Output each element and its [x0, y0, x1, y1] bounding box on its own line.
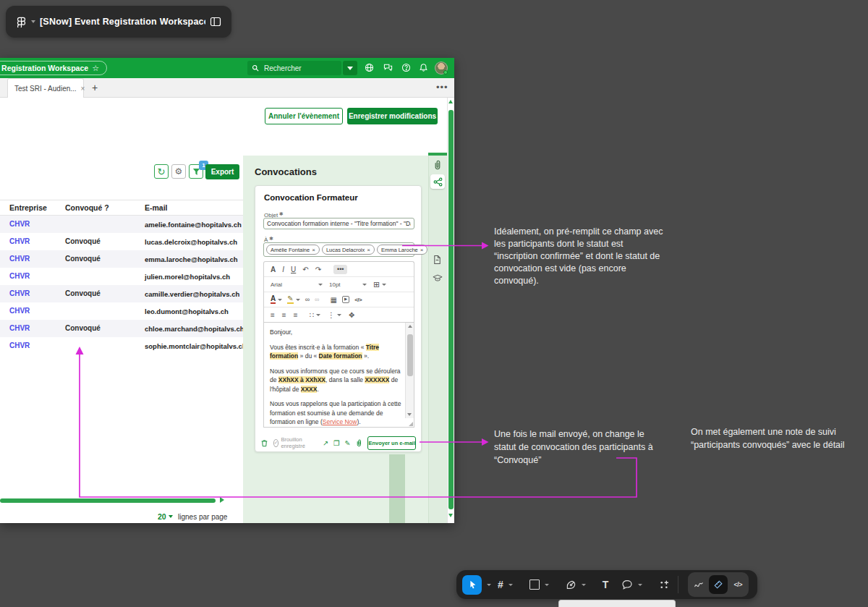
- actions-tool[interactable]: [659, 580, 670, 590]
- redo-button[interactable]: ↷: [315, 266, 321, 273]
- table-row[interactable]: CHVR leo.dumont@hopitalvs.ch: [0, 302, 243, 320]
- entreprise-link[interactable]: CHVR: [9, 220, 30, 228]
- tab-close-icon[interactable]: ×: [81, 85, 85, 93]
- table-row[interactable]: CHVR Convoqué lucas.delcroix@hopitalvs.c…: [0, 233, 243, 250]
- export-button[interactable]: Export: [205, 164, 239, 179]
- email-body-editor[interactable]: Bonjour,Vous êtes inscrit·e à la formati…: [263, 322, 414, 428]
- scroll-down-icon[interactable]: [407, 413, 412, 416]
- search-input[interactable]: [263, 64, 332, 73]
- table-menu-button[interactable]: ⊞: [373, 280, 386, 289]
- favorite-star-icon[interactable]: ☆: [92, 64, 99, 73]
- chevron-down-icon[interactable]: [509, 584, 513, 586]
- paperclip-icon[interactable]: [433, 159, 443, 170]
- recipient-chip[interactable]: Amélie Fontaine ×: [266, 245, 320, 255]
- globe-icon[interactable]: [365, 63, 374, 72]
- help-icon[interactable]: [401, 63, 411, 72]
- objet-input[interactable]: [263, 218, 414, 229]
- column-header-email[interactable]: E-mail: [145, 203, 168, 212]
- editor-scrollbar[interactable]: [405, 323, 414, 418]
- code-tool[interactable]: </>: [728, 575, 747, 594]
- undo-button[interactable]: ↶: [302, 266, 308, 273]
- pen-tool[interactable]: [566, 580, 576, 590]
- table-row[interactable]: CHVR sophie.montclair@hopitalvs.ch: [0, 337, 243, 355]
- horizontal-scrollbar[interactable]: [0, 498, 216, 503]
- fullscreen-button[interactable]: ✥: [349, 311, 354, 319]
- text-color-button[interactable]: A: [271, 295, 282, 304]
- search-scope-dropdown[interactable]: [343, 61, 357, 75]
- scroll-up-icon[interactable]: [448, 100, 453, 103]
- font-family-select[interactable]: Arial: [271, 281, 323, 288]
- template-icon[interactable]: ❐: [333, 439, 340, 447]
- cancel-event-button[interactable]: Annuler l'évènement: [265, 108, 343, 124]
- numbered-list-button[interactable]: ⋮: [328, 311, 341, 319]
- refresh-button[interactable]: ↻: [154, 164, 169, 179]
- chat-icon[interactable]: [383, 63, 393, 72]
- vertical-scrollbar-thumb[interactable]: [448, 110, 454, 509]
- align-left-button[interactable]: ≡: [271, 311, 275, 319]
- column-header-entreprise[interactable]: Entreprise: [9, 203, 47, 212]
- global-search[interactable]: [247, 61, 341, 75]
- panel-toggle-icon[interactable]: [210, 17, 221, 27]
- entreprise-link[interactable]: CHVR: [9, 289, 30, 297]
- filter-button[interactable]: 1: [189, 164, 203, 179]
- italic-button[interactable]: I: [282, 266, 284, 273]
- chip-remove-icon[interactable]: ×: [312, 247, 315, 253]
- frame-tool[interactable]: #: [498, 579, 503, 590]
- education-icon[interactable]: [433, 273, 443, 284]
- image-button[interactable]: ▦: [330, 296, 336, 304]
- trash-icon[interactable]: [260, 439, 268, 447]
- recipient-chip[interactable]: Lucas Delacroix ×: [322, 245, 375, 255]
- save-changes-button[interactable]: Enregistrer modifications: [347, 108, 438, 124]
- text-tool[interactable]: T: [603, 579, 609, 590]
- send-email-button[interactable]: Envoyer un e-mail: [367, 436, 416, 450]
- recipients-field[interactable]: Amélie Fontaine × Lucas Delacroix × Emma…: [263, 242, 414, 257]
- document-icon[interactable]: [433, 255, 443, 266]
- chevron-down-icon[interactable]: [638, 584, 642, 586]
- list-settings-button[interactable]: ⚙: [171, 164, 186, 179]
- chip-remove-icon[interactable]: ×: [420, 247, 424, 253]
- entreprise-link[interactable]: CHVR: [9, 307, 30, 315]
- move-tool[interactable]: [462, 575, 482, 595]
- align-center-button[interactable]: ≡: [282, 311, 286, 319]
- table-row[interactable]: CHVR julien.morel@hopitalvs.ch: [0, 268, 243, 285]
- tab-test-sri[interactable]: Test SRI - Audien... ×: [7, 78, 84, 98]
- entreprise-link[interactable]: CHVR: [9, 272, 30, 280]
- entreprise-link[interactable]: CHVR: [9, 324, 30, 332]
- bold-button[interactable]: A: [271, 266, 276, 273]
- unlink-button[interactable]: ∞: [315, 296, 319, 303]
- more-options-button[interactable]: •••: [333, 265, 347, 274]
- chevron-down-icon[interactable]: [545, 584, 549, 586]
- draw-tool[interactable]: [689, 575, 708, 594]
- open-in-new-icon[interactable]: ↗: [323, 439, 328, 447]
- table-row[interactable]: CHVR amelie.fontaine@hopitalvs.ch: [0, 216, 243, 233]
- video-button[interactable]: ▶: [342, 296, 349, 303]
- entreprise-link[interactable]: CHVR: [9, 237, 30, 245]
- measure-tool[interactable]: [709, 575, 728, 594]
- scrollbar-thumb[interactable]: [407, 334, 413, 376]
- new-tab-button[interactable]: +: [88, 82, 101, 95]
- entreprise-link[interactable]: CHVR: [9, 255, 30, 263]
- underline-button[interactable]: U: [291, 266, 296, 273]
- bullet-list-button[interactable]: ∷: [310, 311, 320, 319]
- workspace-pill[interactable]: vent Registration Workspace ☆: [0, 61, 107, 75]
- recipient-chip[interactable]: Emma Laroche ×: [377, 245, 428, 255]
- code-view-button[interactable]: </>: [354, 297, 362, 303]
- highlight-color-button[interactable]: ✎: [287, 295, 299, 304]
- bell-icon[interactable]: [419, 63, 428, 72]
- shape-tool[interactable]: [529, 580, 540, 590]
- table-row[interactable]: CHVR Convoqué camille.verdier@hopitalvs.…: [0, 285, 243, 302]
- chevron-down-icon[interactable]: [487, 584, 491, 586]
- font-size-select[interactable]: 10pt: [329, 281, 367, 288]
- signature-icon[interactable]: ✎: [344, 439, 350, 447]
- panel-scrollbar[interactable]: [389, 454, 405, 523]
- chip-remove-icon[interactable]: ×: [367, 247, 370, 253]
- resize-handle[interactable]: [409, 422, 413, 426]
- entreprise-link[interactable]: CHVR: [9, 341, 30, 349]
- table-row[interactable]: CHVR Convoqué emma.laroche@hopitalvs.ch: [0, 250, 243, 268]
- table-row[interactable]: CHVR Convoqué chloe.marchand@hopitalvs.c…: [0, 320, 243, 337]
- align-right-button[interactable]: ≡: [294, 311, 298, 319]
- scroll-right-icon[interactable]: [220, 497, 224, 503]
- scroll-down-icon[interactable]: [448, 514, 453, 517]
- scroll-up-icon[interactable]: [408, 325, 412, 328]
- chevron-down-icon[interactable]: [31, 20, 35, 23]
